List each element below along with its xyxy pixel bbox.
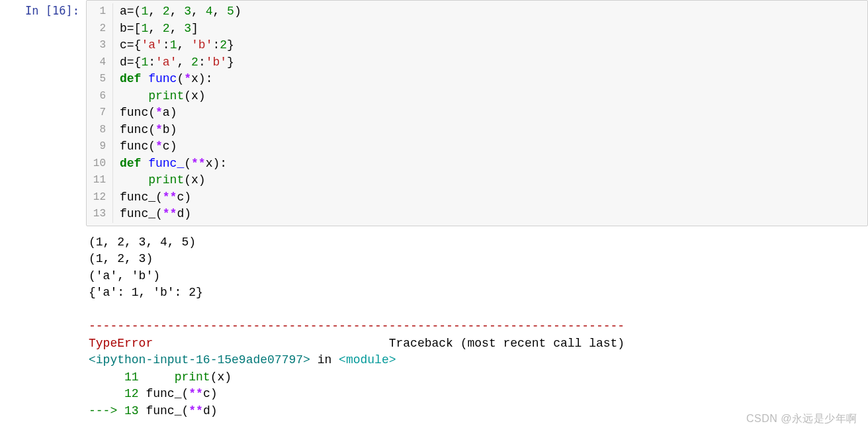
code-token: : [198, 56, 206, 69]
code-line[interactable]: c={'a':1, 'b':2} [120, 37, 867, 54]
context-arrow [89, 387, 124, 400]
line-number: 7 [87, 105, 106, 122]
context-lineno: 13 [124, 404, 139, 417]
context-token: ** [189, 387, 203, 400]
code-token: 'b' [191, 38, 212, 52]
code-token: b [120, 22, 127, 35]
code-line[interactable]: def func_(**x): [120, 155, 867, 173]
code-token: (x) [184, 89, 205, 103]
code-token: 3 [184, 22, 191, 35]
code-token: ( [184, 157, 191, 170]
frame-scope: <module> [339, 353, 396, 367]
context-token: d [203, 404, 210, 417]
code-token: print [148, 89, 184, 103]
code-line[interactable]: func(*a) [120, 105, 867, 122]
code-token: , [148, 22, 163, 35]
traceback-header: TypeError Traceback (most recent call la… [89, 335, 865, 353]
code-token: ={ [127, 38, 142, 52]
context-lineno: 11 [124, 370, 139, 384]
code-token: func( [120, 106, 155, 119]
code-token: ** [191, 157, 206, 170]
code-token: d) [177, 207, 191, 220]
context-token: ** [189, 404, 203, 417]
notebook-cell: In [16]: 12345678910111213 a=(1, 2, 3, 4… [0, 0, 868, 226]
code-token: func_ [148, 157, 184, 170]
code-token: 'b' [206, 56, 227, 69]
frame-file: <ipython-input-16-15e9ade07797> [89, 353, 310, 367]
code-token: x): [206, 157, 227, 170]
context-token: ) [224, 370, 232, 384]
line-number: 12 [87, 189, 106, 206]
line-number: 5 [87, 71, 106, 88]
code-token [141, 72, 148, 85]
code-token: d [120, 56, 127, 69]
code-line[interactable]: func(*c) [120, 138, 867, 155]
code-token: a) [163, 106, 177, 119]
code-token: , [191, 5, 206, 18]
context-arrow [89, 370, 124, 384]
code-line[interactable]: func_(**c) [120, 189, 867, 206]
code-line[interactable]: d={1:'a', 2:'b'} [120, 54, 867, 71]
code-token: ) [234, 5, 241, 18]
line-number-gutter: 12345678910111213 [87, 3, 113, 223]
code-line[interactable]: func_(**d) [120, 206, 867, 223]
input-prompt: In [16]: [0, 0, 86, 17]
stdout-line: ('a', 'b') [89, 268, 865, 285]
line-number: 6 [87, 88, 106, 105]
code-line[interactable]: print(x) [120, 172, 867, 189]
code-token: a [120, 5, 127, 18]
line-number: 13 [87, 206, 106, 223]
code-token: x): [191, 72, 212, 85]
code-line[interactable]: func(*b) [120, 122, 867, 139]
watermark: CSDN @永远是少年啊 [746, 412, 857, 426]
code-token: c) [163, 140, 177, 153]
context-token: c [203, 387, 210, 400]
code-token: } [227, 56, 234, 69]
error-type: TypeError [89, 337, 153, 350]
traceback-separator: ----------------------------------------… [89, 318, 865, 335]
code-token: 2 [163, 22, 170, 35]
code-token: print [148, 173, 184, 187]
line-number: 2 [87, 21, 106, 38]
context-token: ) [210, 387, 218, 400]
code-token: ( [177, 72, 184, 85]
code-token: def [120, 157, 141, 170]
code-input-area[interactable]: 12345678910111213 a=(1, 2, 3, 4, 5)b=[1,… [86, 0, 868, 226]
code-token: func [148, 72, 177, 85]
code-editor[interactable]: a=(1, 2, 3, 4, 5)b=[1, 2, 3]c={'a':1, 'b… [113, 3, 867, 223]
code-token: , [177, 56, 191, 69]
code-token: 2 [220, 38, 227, 52]
code-token: : [163, 38, 170, 52]
code-line[interactable]: a=(1, 2, 3, 4, 5) [120, 3, 867, 21]
code-token: 4 [206, 5, 213, 18]
code-token: =[ [127, 22, 142, 35]
code-line[interactable]: def func(*x): [120, 71, 867, 88]
code-token: func_( [120, 207, 163, 220]
line-number: 4 [87, 54, 106, 71]
context-token: ) [210, 404, 218, 417]
code-token: * [155, 140, 163, 153]
context-token: ( [210, 370, 218, 384]
stdout-line: (1, 2, 3) [89, 251, 865, 268]
code-token: b) [163, 123, 177, 136]
line-number: 3 [87, 37, 106, 54]
prompt-colon: : [73, 4, 79, 17]
code-token: ={ [127, 56, 142, 69]
code-line[interactable]: b=[1, 2, 3] [120, 21, 867, 38]
context-token: ( [181, 404, 189, 417]
code-token: ] [191, 22, 198, 35]
line-number: 11 [87, 172, 106, 189]
code-token: ** [163, 191, 177, 204]
code-token: 2 [191, 56, 198, 69]
context-token: print [175, 370, 210, 384]
context-token: func_ [146, 387, 181, 400]
stdout-line: {'a': 1, 'b': 2} [89, 284, 865, 302]
code-token: , [177, 38, 191, 52]
code-token: : [148, 56, 155, 69]
code-token: , [148, 5, 163, 18]
code-line[interactable]: print(x) [120, 88, 867, 105]
code-token: 1 [141, 56, 148, 69]
code-token [120, 173, 148, 187]
code-token: * [155, 123, 163, 136]
code-token: , [213, 5, 228, 18]
